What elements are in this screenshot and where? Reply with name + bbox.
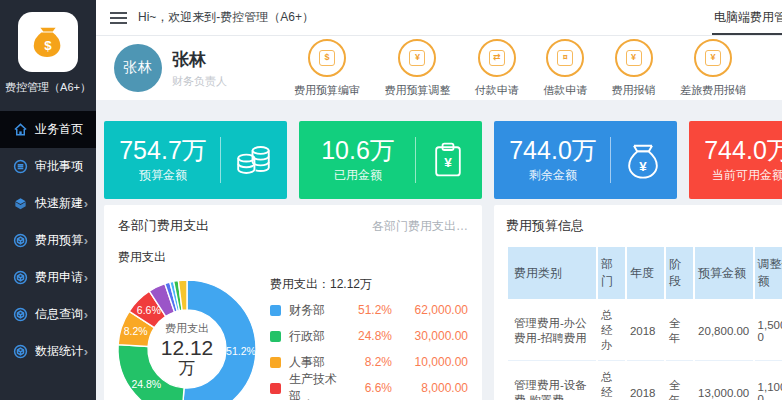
budget-review-icon: $ <box>308 39 346 77</box>
legend-marker-icon <box>270 357 281 368</box>
coins-icon <box>231 138 275 182</box>
quick-action-借款申请[interactable]: ¤ 借款申请 <box>543 39 587 98</box>
stat-card-已用金额: 10.6万 已用金额 ¥ <box>299 121 482 199</box>
main-area: Hi~，欢迎来到-费控管理（A6+） 电脑端费用管理 张林 张林 财务负责人 $… <box>96 0 782 400</box>
user-header: 张林 张林 财务负责人 $ 费用预算编审 ¥ 费用预算调整 ⇄ 付款申请 ¤ 借… <box>96 36 782 100</box>
hamburger-menu-icon[interactable] <box>110 9 127 27</box>
chart-subtitle: 费用支出 <box>118 249 468 266</box>
tab-pc-expense[interactable]: 电脑端费用管理 <box>712 9 782 35</box>
chevron-right-icon: › <box>84 344 88 359</box>
legend-item-财务部[interactable]: 财务部 51.2% 62,000.00 <box>270 297 468 323</box>
quick-action-label: 付款申请 <box>475 83 519 98</box>
legend-percent: 6.6% <box>346 381 392 395</box>
dept-expense-panel: 各部门费用支出 各部门费用支出… 费用支出 51.2%24.8%8.2%6.6%… <box>104 205 482 400</box>
budget-icon <box>13 233 28 248</box>
clipboard-yen-icon: ¥ <box>426 138 470 182</box>
stat-card-预算金额: 754.7万 预算金额 <box>104 121 287 199</box>
user-name: 张林 <box>172 48 282 71</box>
sidebar-item-label: 快速新建 <box>35 195 84 212</box>
chevron-right-icon: › <box>84 233 88 248</box>
stat-label: 剩余金额 <box>506 167 600 184</box>
stat-label: 预算金额 <box>116 167 210 184</box>
sidebar-nav: 业务首页 审批事项 快速新建 › 费用预算 › 费用申请 › 信息查询 › 数据… <box>0 111 96 370</box>
stat-label: 已用金额 <box>311 167 405 184</box>
budget-info-panel: 费用预算信息 费用类别部门年度阶段预算金额调整金额可用金额管理费用-办公费用-招… <box>494 205 782 400</box>
app-title: 费控管理（A6+） <box>0 80 96 95</box>
legend-value: 30,000.00 <box>392 329 468 343</box>
table-cell: 管理费用-设备费-购置费 <box>508 363 596 400</box>
table-cell: 全年 <box>666 363 693 400</box>
donut-slice-2 <box>118 345 184 400</box>
sidebar-item-5[interactable]: 费用申请 › <box>0 259 96 296</box>
stat-card-当前可用金额: 744.0万 当前可用金额 ¥ <box>689 121 782 199</box>
panel-title: 费用预算信息 <box>506 217 584 235</box>
stats-icon <box>13 344 28 359</box>
table-cell: 2018 <box>627 363 664 400</box>
stat-value: 754.7万 <box>116 136 210 164</box>
welcome-text: Hi~，欢迎来到-费控管理（A6+） <box>138 9 314 26</box>
payment-request-icon: ⇄ <box>478 39 516 77</box>
chart-total-label: 费用支出：12.12万 <box>270 276 468 293</box>
sidebar-item-label: 审批事项 <box>35 158 88 175</box>
sidebar-item-2[interactable]: 审批事项 <box>0 148 96 185</box>
chevron-right-icon: › <box>84 270 88 285</box>
query-icon <box>13 307 28 322</box>
table-cell: 2018 <box>627 301 664 361</box>
legend-marker-icon <box>270 331 281 342</box>
legend-name: 财务部 <box>289 302 346 319</box>
legend-marker-icon <box>270 305 281 316</box>
donut-slice-label: 51.2% <box>226 345 256 357</box>
quick-action-差旅费用报销[interactable]: ¥ 差旅费用报销 <box>680 39 746 98</box>
table-row: 管理费用-设备费-购置费总经办2018全年13,000.001,100.0014… <box>508 363 782 400</box>
sidebar: $ 费控管理（A6+） 业务首页 审批事项 快速新建 › 费用预算 › 费用申请… <box>0 0 96 400</box>
table-row: 管理费用-办公费用-招聘费用总经办2018全年20,800.001,500.00… <box>508 301 782 361</box>
approval-icon <box>13 159 28 174</box>
quick-actions: $ 费用预算编审 ¥ 费用预算调整 ⇄ 付款申请 ¤ 借款申请 ¥ 费用报销 ¥… <box>282 39 772 98</box>
quick-new-icon <box>13 196 28 211</box>
legend-value: 8,000.00 <box>392 381 468 395</box>
donut-slice-label: 8.2% <box>124 325 148 337</box>
table-cell: 总经办 <box>598 301 625 361</box>
legend-percent: 24.8% <box>346 329 392 343</box>
legend-item-行政部[interactable]: 行政部 24.8% 30,000.00 <box>270 323 468 349</box>
dept-expense-tab[interactable]: 各部门费用支出… <box>372 218 468 235</box>
quick-action-费用预算编审[interactable]: $ 费用预算编审 <box>294 39 360 98</box>
table-cell: 1,100.00 <box>755 363 782 400</box>
panel-title: 各部门费用支出 <box>118 217 209 235</box>
table-cell: 20,800.00 <box>695 301 752 361</box>
quick-action-label: 费用预算调整 <box>384 83 450 98</box>
stat-value: 10.6万 <box>311 136 405 164</box>
quick-action-费用报销[interactable]: ¥ 费用报销 <box>612 39 656 98</box>
sidebar-item-1[interactable]: 业务首页 <box>0 111 96 148</box>
chevron-right-icon: › <box>84 307 88 322</box>
sidebar-item-label: 费用申请 <box>35 269 84 286</box>
donut-slice-label: 6.6% <box>137 304 161 316</box>
quick-action-费用预算调整[interactable]: ¥ 费用预算调整 <box>384 39 450 98</box>
table-header: 部门 <box>598 247 625 299</box>
sidebar-item-4[interactable]: 费用预算 › <box>0 222 96 259</box>
budget-adjust-icon: ¥ <box>398 39 436 77</box>
legend-percent: 8.2% <box>346 355 392 369</box>
stat-label: 当前可用金额 <box>701 167 782 184</box>
table-cell: 管理费用-办公费用-招聘费用 <box>508 301 596 361</box>
chart-legend: 费用支出：12.12万 财务部 51.2% 62,000.00 行政部 24.8… <box>262 274 468 400</box>
stat-value: 744.0万 <box>506 136 600 164</box>
loan-request-icon: ¤ <box>546 39 584 77</box>
quick-action-label: 差旅费用报销 <box>680 83 746 98</box>
quick-action-付款申请[interactable]: ⇄ 付款申请 <box>475 39 519 98</box>
sidebar-item-label: 数据统计 <box>35 343 84 360</box>
donut-chart: 51.2%24.8%8.2%6.6% 费用支出 12.12 万 <box>112 274 262 400</box>
apply-icon <box>13 270 28 285</box>
table-header: 年度 <box>627 247 664 299</box>
sidebar-item-7[interactable]: 数据统计 › <box>0 333 96 370</box>
table-header: 预算金额 <box>695 247 752 299</box>
legend-marker-icon <box>270 383 281 394</box>
legend-name: 人事部 <box>289 354 346 371</box>
quick-action-label: 借款申请 <box>543 83 587 98</box>
svg-text:$: $ <box>44 38 52 53</box>
table-cell: 全年 <box>666 301 693 361</box>
table-cell: 1,500.00 <box>755 301 782 361</box>
donut-slice-label: 24.8% <box>131 378 161 390</box>
sidebar-item-6[interactable]: 信息查询 › <box>0 296 96 333</box>
sidebar-item-3[interactable]: 快速新建 › <box>0 185 96 222</box>
